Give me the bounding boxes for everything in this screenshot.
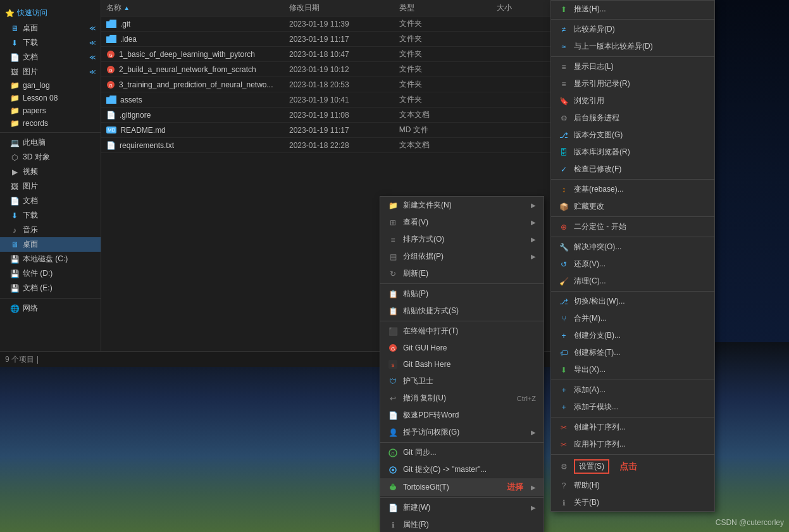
sidebar-item-desktop[interactable]: 🖥 桌面 ≪ bbox=[0, 21, 101, 35]
menu-item-create-branch[interactable]: + 创建分支(B)... bbox=[551, 327, 714, 344]
file-date-cell: 2023-01-19 11:17 bbox=[289, 35, 387, 44]
menu-item-new[interactable]: 📄 新建(W) ▶ bbox=[380, 499, 544, 516]
menu-item-switch[interactable]: ⎇ 切换/检出(W)... bbox=[551, 293, 714, 310]
file-row[interactable]: 📄 .gitignore 2023-01-19 11:08 文本文档 bbox=[101, 108, 550, 123]
menu-item-about[interactable]: ℹ 关于(B) bbox=[551, 494, 714, 511]
sidebar-item-docs2[interactable]: 📄 文档 bbox=[0, 194, 101, 208]
menu-item-merge[interactable]: ⑂ 合并(M)... bbox=[551, 310, 714, 327]
file-row[interactable]: G 2_build_a_neural_network_from_scratch … bbox=[101, 62, 550, 77]
new-folder-arrow: ▶ bbox=[531, 202, 536, 209]
sidebar-item-network[interactable]: 🌐 网络 bbox=[0, 301, 101, 316]
sidebar-item-documents[interactable]: 📄 文档 ≪ bbox=[0, 50, 101, 65]
sort-icon: ≡ bbox=[388, 235, 398, 245]
menu-item-ref-log[interactable]: ≡ 显示引用记录(R) bbox=[551, 75, 714, 92]
menu-item-undo[interactable]: ↩ 撤消 复制(U) Ctrl+Z bbox=[380, 390, 544, 407]
menu-item-repo-browser[interactable]: 🗄 版本库浏览器(R) bbox=[551, 144, 714, 161]
menu-item-browse-ref[interactable]: 🔖 浏览引用 bbox=[551, 92, 714, 109]
doc-folder-icon: 📄 bbox=[10, 53, 19, 62]
menu-item-sort[interactable]: ≡ 排序方式(O) ▶ bbox=[380, 231, 544, 248]
add-submodule-icon: + bbox=[559, 402, 569, 412]
menu-item-new-folder[interactable]: 📁 新建文件夹(N) ▶ bbox=[380, 197, 544, 214]
menu-item-git-sync[interactable]: G Git 同步... bbox=[380, 444, 544, 461]
menu-item-branch-graph[interactable]: ⎇ 版本分支图(G) bbox=[551, 127, 714, 144]
menu-item-git-bash[interactable]: $ Git Bash Here bbox=[380, 356, 544, 373]
paste-icon: 📋 bbox=[388, 289, 398, 299]
menu-item-revert[interactable]: ↺ 还原(V)... bbox=[551, 256, 714, 273]
menu-item-shield[interactable]: 🛡 护飞卫士 bbox=[380, 373, 544, 390]
sidebar-item-download[interactable]: ⬇ 下载 ≪ bbox=[0, 35, 101, 50]
menu-item-git-commit[interactable]: Git 提交(C) -> "master"... bbox=[380, 461, 544, 478]
sidebar-item-papers[interactable]: 📁 papers bbox=[0, 104, 101, 117]
push-icon: ⬆ bbox=[559, 4, 569, 15]
file-row[interactable]: MD README.md 2023-01-19 11:17 MD 文件 bbox=[101, 123, 550, 138]
menu-item-git-gui[interactable]: G Git GUI Here bbox=[380, 340, 544, 356]
menu-item-log[interactable]: ≡ 显示日志(L) bbox=[551, 58, 714, 75]
menu-item-paste[interactable]: 📋 粘贴(P) bbox=[380, 285, 544, 302]
menu-item-check-modified[interactable]: ✓ 检查已修改(F) bbox=[551, 161, 714, 178]
sidebar-item-records[interactable]: 📁 records bbox=[0, 117, 101, 130]
menu-item-settings[interactable]: ⚙ 设置(S) 点击 bbox=[551, 456, 714, 477]
menu-item-service[interactable]: ⚙ 后台服务进程 bbox=[551, 109, 714, 127]
menu-item-terminal[interactable]: ⬛ 在终端中打开(T) bbox=[380, 323, 544, 340]
menu-item-create-tag[interactable]: 🏷 创建标签(T)... bbox=[551, 344, 714, 361]
sidebar-item-this-pc[interactable]: 💻 此电脑 bbox=[0, 135, 101, 150]
menu-item-add-submodule[interactable]: + 添加子模块... bbox=[551, 399, 714, 416]
sidebar-item-gan-log[interactable]: 📁 gan_log bbox=[0, 79, 101, 92]
menu-item-tortoisegit[interactable]: TortoiseGit(T) 进择 ▶ bbox=[380, 478, 544, 496]
menu-item-properties[interactable]: ℹ 属性(R) bbox=[380, 516, 544, 532]
menu-item-add[interactable]: + 添加(A)... bbox=[551, 381, 714, 399]
file-row[interactable]: G 3_training_and_prediction_of_neural_ne… bbox=[101, 77, 550, 92]
menu-item-paste-shortcut[interactable]: 📋 粘贴快捷方式(S) bbox=[380, 302, 544, 319]
file-row[interactable]: 📄 requirements.txt 2023-01-18 22:28 文本文档 bbox=[101, 138, 550, 153]
menu-item-export[interactable]: ⬇ 导出(X)... bbox=[551, 361, 714, 378]
menu-item-pdf[interactable]: 📄 极速PDF转Word bbox=[380, 407, 544, 424]
svg-text:G: G bbox=[391, 452, 394, 456]
context-menu-main: 📁 新建文件夹(N) ▶ ⊞ 查看(V) ▶ ≡ 排序方式(O) ▶ ▤ 分组依… bbox=[380, 196, 544, 532]
file-date-cell: 2023-01-19 11:08 bbox=[289, 111, 387, 120]
file-row[interactable]: .git 2023-01-19 11:39 文件夹 bbox=[101, 16, 550, 32]
stash-icon: 📦 bbox=[559, 202, 569, 212]
menu-item-cleanup[interactable]: 🧹 清理(C)... bbox=[551, 273, 714, 290]
menu-item-view[interactable]: ⊞ 查看(V) ▶ bbox=[380, 214, 544, 231]
sidebar-item-music[interactable]: ♪ 音乐 bbox=[0, 223, 101, 237]
log-icon: ≡ bbox=[559, 62, 569, 72]
col-type-header[interactable]: 类型 bbox=[399, 3, 484, 13]
file-row[interactable]: G 1_basic_of_deep_learning_with_pytorch … bbox=[101, 47, 550, 62]
sidebar-item-lesson08[interactable]: 📁 Lesson 08 bbox=[0, 92, 101, 104]
sidebar-item-disk-e[interactable]: 💾 文档 (E:) bbox=[0, 281, 101, 295]
menu-item-group[interactable]: ▤ 分组依据(P) ▶ bbox=[380, 248, 544, 265]
menu-item-resolve[interactable]: 🔧 解决冲突(O)... bbox=[551, 238, 714, 256]
svg-text:$: $ bbox=[392, 362, 395, 368]
file-name-cell: .git bbox=[106, 20, 276, 28]
menu-item-refresh[interactable]: ↻ 刷新(E) bbox=[380, 265, 544, 282]
menu-item-access[interactable]: 👤 授予访问权限(G) ▶ bbox=[380, 424, 544, 441]
music-icon: ♪ bbox=[10, 226, 19, 235]
menu-item-apply-patch[interactable]: ✂ 应用补丁序列... bbox=[551, 436, 714, 453]
sidebar-item-video[interactable]: ▶ 视频 bbox=[0, 164, 101, 179]
menu-item-rebase[interactable]: ↕ 变基(rebase)... bbox=[551, 181, 714, 198]
file-row[interactable]: .idea 2023-01-19 11:17 文件夹 bbox=[101, 32, 550, 47]
undo-icon: ↩ bbox=[388, 393, 398, 404]
sidebar-item-disk-d[interactable]: 💾 软件 (D:) bbox=[0, 266, 101, 281]
file-row[interactable]: assets 2023-01-19 10:41 文件夹 bbox=[101, 92, 550, 108]
sidebar-item-3d[interactable]: ⬡ 3D 对象 bbox=[0, 150, 101, 164]
menu-item-bisect[interactable]: ⊕ 二分定位 - 开始 bbox=[551, 218, 714, 235]
lesson08-icon: 📁 bbox=[10, 94, 19, 102]
col-name-header[interactable]: 名称 ▲ bbox=[106, 3, 276, 13]
help-icon: ? bbox=[559, 481, 569, 491]
sidebar-item-pictures2[interactable]: 🖼 图片 bbox=[0, 179, 101, 194]
col-date-header[interactable]: 修改日期 bbox=[289, 3, 387, 13]
menu-item-diff2[interactable]: ≈ 与上一版本比较差异(D) bbox=[551, 38, 714, 55]
terminal-icon: ⬛ bbox=[388, 326, 398, 337]
col-size-header[interactable]: 大小 bbox=[497, 3, 545, 13]
menu-item-push[interactable]: ⬆ 推送(H)... bbox=[551, 1, 714, 18]
menu-item-create-patch[interactable]: ✂ 创建补丁序列... bbox=[551, 419, 714, 436]
sidebar-item-pictures[interactable]: 🖼 图片 ≪ bbox=[0, 65, 101, 79]
sidebar-item-disk-c[interactable]: 💾 本地磁盘 (C:) bbox=[0, 252, 101, 266]
settings-label-box: 设置(S) bbox=[574, 459, 609, 474]
menu-item-diff[interactable]: ≠ 比较差异(D) bbox=[551, 21, 714, 38]
menu-item-stash[interactable]: 📦 贮藏更改 bbox=[551, 198, 714, 215]
sidebar-item-download2[interactable]: ⬇ 下载 bbox=[0, 208, 101, 223]
sidebar-item-desktop2[interactable]: 🖥 桌面 bbox=[0, 237, 101, 252]
menu-item-help[interactable]: ? 帮助(H) bbox=[551, 477, 714, 494]
